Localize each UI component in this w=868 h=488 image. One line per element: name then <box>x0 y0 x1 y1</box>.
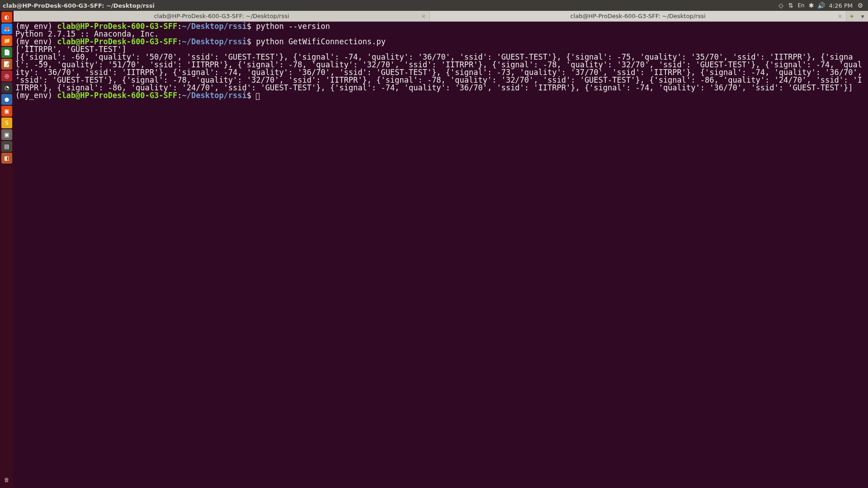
app-icon-1[interactable]: ◎ <box>1 70 12 81</box>
terminal-tabbar: clab@HP-ProDesk-600-G3-SFF: ~/Desktop/rs… <box>14 11 868 22</box>
tab-label: clab@HP-ProDesk-600-G3-SFF: ~/Desktop/rs… <box>154 13 289 19</box>
unity-launcher: ◐ 🦊 📁 📄 📝 ◎ ◔ ● ▣ S ▣ ▤ ◧ 🗑 <box>0 11 14 488</box>
prompt-userhost: clab@HP-ProDesk-600-G3-SFF <box>57 91 177 100</box>
trash-icon[interactable]: 🗑 <box>1 474 12 485</box>
prompt-path: ~/Desktop/rssi <box>182 37 247 46</box>
command-1: python --version <box>256 22 330 31</box>
clock[interactable]: 4:26 PM <box>826 2 855 9</box>
tab-menu-button[interactable]: ▾ <box>857 11 868 21</box>
files-icon[interactable]: 📁 <box>1 35 12 46</box>
calc-icon[interactable]: 📄 <box>1 47 12 58</box>
cursor <box>256 93 259 100</box>
tab-label: clab@HP-ProDesk-600-G3-SFF: ~/Desktop/rs… <box>570 13 705 19</box>
terminal-icon[interactable]: ▣ <box>1 129 12 140</box>
prompt-colon: : <box>177 91 182 100</box>
gear-icon[interactable]: ⚙ <box>855 0 865 11</box>
terminal-tab-2[interactable]: clab@HP-ProDesk-600-G3-SFF: ~/Desktop/rs… <box>430 11 846 21</box>
network-icon[interactable]: ⇅ <box>786 0 796 11</box>
prompt-colon: : <box>177 37 182 46</box>
bluetooth-icon[interactable]: ✱ <box>807 0 816 11</box>
prompt-dollar: $ <box>247 91 251 100</box>
terminal-window: clab@HP-ProDesk-600-G3-SFF: ~/Desktop/rs… <box>14 11 868 488</box>
prompt-colon: : <box>177 22 182 31</box>
terminal-tab-1[interactable]: clab@HP-ProDesk-600-G3-SFF: ~/Desktop/rs… <box>14 11 430 21</box>
prompt-path: ~/Desktop/rssi <box>182 22 247 31</box>
window-title: clab@HP-ProDesk-600-G3-SFF: ~/Desktop/rs… <box>3 2 155 9</box>
prompt-dollar: $ <box>247 22 251 31</box>
command-2: python GetWifiConnections.py <box>256 37 386 46</box>
new-tab-button[interactable]: ＋ <box>846 11 857 21</box>
dropbox-icon[interactable]: ◇ <box>776 0 786 11</box>
app-icon-3[interactable]: ● <box>1 94 12 105</box>
app-icon-2[interactable]: ◔ <box>1 82 12 93</box>
output-3: [{'signal': -60, 'quality': '50/70', 'ss… <box>15 52 867 92</box>
prompt-env: (my_env) <box>15 91 52 100</box>
keyboard-indicator[interactable]: En <box>796 0 806 11</box>
firefox-icon[interactable]: 🦊 <box>1 23 12 34</box>
app-icon-4[interactable]: ▣ <box>1 106 12 117</box>
sublime-icon[interactable]: S <box>1 117 12 128</box>
terminal-body[interactable]: (my_env) clab@HP-ProDesk-600-G3-SFF:~/De… <box>14 22 868 488</box>
volume-icon[interactable]: 🔊 <box>816 0 826 11</box>
app-icon-5[interactable]: ▤ <box>1 141 12 152</box>
prompt-dollar: $ <box>247 37 251 46</box>
prompt-path: ~/Desktop/rssi <box>182 91 247 100</box>
dash-icon[interactable]: ◐ <box>1 12 12 23</box>
close-icon[interactable]: × <box>420 13 427 19</box>
top-panel: clab@HP-ProDesk-600-G3-SFF: ~/Desktop/rs… <box>0 0 868 11</box>
close-icon[interactable]: × <box>837 13 843 19</box>
app-icon-6[interactable]: ◧ <box>1 153 12 164</box>
writer-icon[interactable]: 📝 <box>1 59 12 70</box>
